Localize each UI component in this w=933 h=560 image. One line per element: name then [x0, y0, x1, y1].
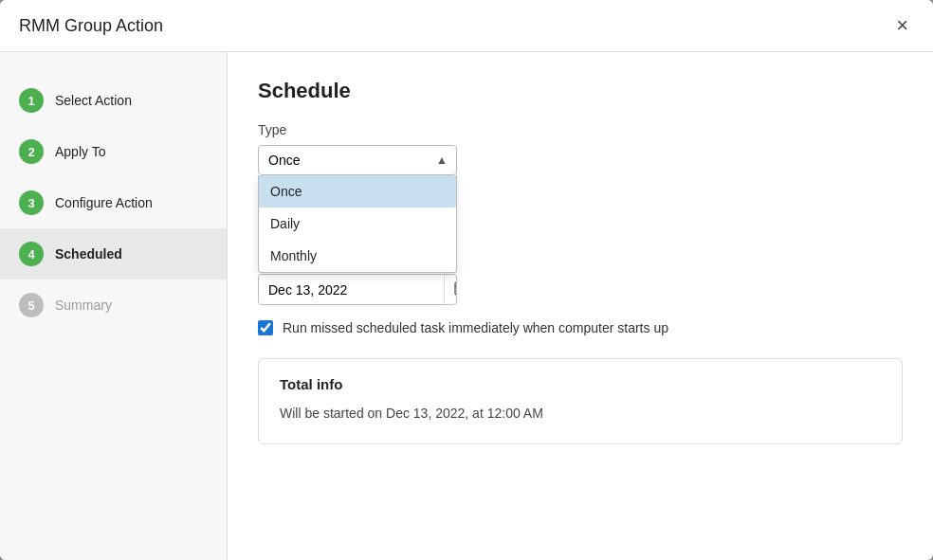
dropdown-option-monthly[interactable]: Monthly	[259, 240, 456, 272]
step-label-4: Scheduled	[55, 246, 122, 262]
step-circle-5: 5	[19, 293, 44, 317]
modal-dialog: RMM Group Action × 1Select Action2Apply …	[0, 0, 933, 560]
main-content: Schedule Type Once ▲ Once Daily Monthly	[228, 52, 933, 560]
calendar-icon	[454, 280, 457, 298]
sidebar-step-scheduled[interactable]: 4Scheduled	[0, 228, 227, 280]
step-circle-3: 3	[19, 190, 44, 215]
dropdown-option-once[interactable]: Once	[259, 175, 456, 208]
step-label-3: Configure Action	[55, 195, 153, 210]
sidebar-step-configure-action[interactable]: 3Configure Action	[0, 177, 227, 228]
step-label-5: Summary	[55, 298, 112, 313]
total-info-title: Total info	[280, 376, 881, 392]
step-circle-4: 4	[19, 242, 44, 266]
sidebar-step-apply-to[interactable]: 2Apply To	[0, 126, 227, 177]
chevron-up-icon: ▲	[436, 154, 448, 167]
calendar-button[interactable]	[444, 275, 457, 304]
section-title: Schedule	[258, 79, 903, 103]
type-select[interactable]: Once ▲	[258, 145, 457, 175]
date-input[interactable]	[259, 276, 444, 304]
modal-body: 1Select Action2Apply To3Configure Action…	[0, 52, 933, 560]
checkbox-label: Run missed scheduled task immediately wh…	[283, 320, 668, 335]
step-label-2: Apply To	[55, 144, 105, 159]
close-button[interactable]: ×	[890, 13, 914, 38]
type-label: Type	[258, 122, 903, 137]
missed-task-checkbox[interactable]	[258, 320, 273, 335]
checkbox-row: Run missed scheduled task immediately wh…	[258, 320, 903, 335]
modal-header: RMM Group Action ×	[0, 0, 933, 52]
step-circle-1: 1	[19, 88, 44, 113]
type-dropdown: Once Daily Monthly	[258, 175, 457, 273]
date-input-wrapper	[258, 274, 457, 305]
svg-rect-0	[455, 282, 457, 295]
selected-value: Once	[268, 153, 300, 168]
modal-title: RMM Group Action	[19, 16, 163, 36]
sidebar-step-summary: 5Summary	[0, 280, 227, 331]
step-label-1: Select Action	[55, 93, 132, 108]
total-info-box: Total info Will be started on Dec 13, 20…	[258, 358, 903, 444]
type-select-wrapper: Once ▲ Once Daily Monthly	[258, 145, 457, 175]
total-info-text: Will be started on Dec 13, 2022, at 12:0…	[280, 406, 881, 421]
dropdown-option-daily[interactable]: Daily	[259, 208, 456, 240]
sidebar: 1Select Action2Apply To3Configure Action…	[0, 52, 228, 560]
sidebar-step-select-action[interactable]: 1Select Action	[0, 75, 227, 126]
step-circle-2: 2	[19, 139, 44, 164]
